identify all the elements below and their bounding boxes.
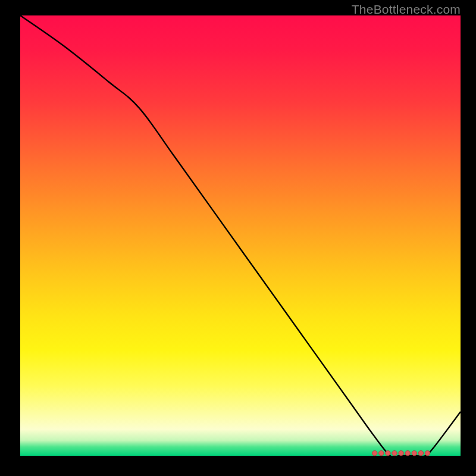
bottleneck-curve-line	[20, 15, 461, 458]
sweet-spot-marker	[412, 450, 416, 455]
sweet-spot-marker	[399, 450, 403, 455]
sweet-spot-marker	[386, 450, 390, 455]
sweet-spot-marker	[372, 450, 377, 455]
attribution-label: TheBottleneck.com	[352, 2, 461, 17]
sweet-spot-marker	[392, 450, 397, 455]
sweet-spot-marker	[418, 450, 423, 455]
plot-area	[20, 15, 461, 456]
sweet-spot-marker	[425, 450, 430, 455]
sweet-spot-marker	[405, 450, 410, 455]
sweet-spot-markers	[372, 450, 430, 455]
chart-svg	[20, 15, 461, 456]
sweet-spot-marker	[379, 450, 384, 455]
chart-stage: TheBottleneck.com	[0, 0, 476, 476]
